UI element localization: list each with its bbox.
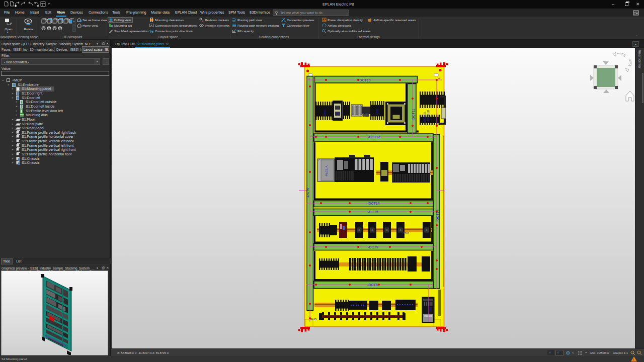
svg-text:-DCT6: -DCT6 <box>306 188 309 198</box>
svg-text:-K1: -K1 <box>337 112 339 116</box>
svg-text:-CB02: -CB02 <box>376 109 379 116</box>
svg-text:-PLC1.A: -PLC1.A <box>325 165 328 177</box>
svg-text:-X1: -X1 <box>352 265 356 268</box>
svg-text:-DCT14: -DCT14 <box>367 202 380 205</box>
svg-text:-CB10: -CB10 <box>403 232 409 235</box>
svg-text:-DCT5: -DCT5 <box>368 210 378 214</box>
svg-text:-DISC0111: -DISC0111 <box>423 112 426 125</box>
svg-text:-DCT12: -DCT12 <box>368 135 380 139</box>
svg-text:-DCT13: -DCT13 <box>436 209 439 222</box>
svg-text:A: A <box>150 24 152 27</box>
svg-text:-DCT10: -DCT10 <box>358 78 371 82</box>
svg-text:-RECP0111: -RECP0111 <box>427 110 430 123</box>
svg-text:-F1: -F1 <box>362 305 366 307</box>
svg-text:-DCT8: -DCT8 <box>367 283 378 287</box>
svg-text:!: ! <box>633 358 634 361</box>
svg-text:-DCT11: -DCT11 <box>412 109 415 121</box>
svg-text:-CB01: -CB01 <box>324 110 327 117</box>
svg-text:-DCT9: -DCT9 <box>368 245 378 249</box>
svg-text:GND: GND <box>310 318 317 321</box>
svg-text:-CB5: -CB5 <box>429 307 432 313</box>
